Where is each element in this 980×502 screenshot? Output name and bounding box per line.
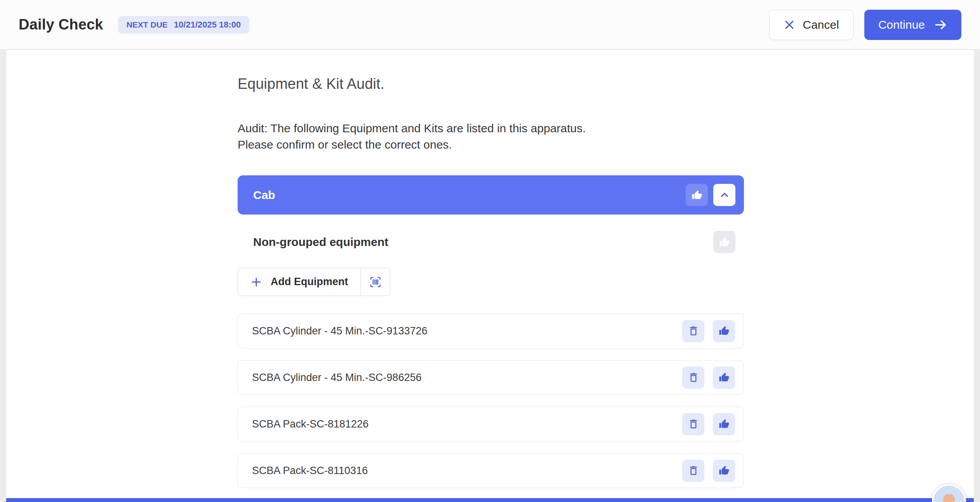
equipment-row: SCBA Cylinder - 45 Min.-SC-986256 <box>238 360 744 395</box>
thumbs-up-icon <box>718 325 730 337</box>
continue-label: Continue <box>878 18 925 31</box>
thumbs-up-icon <box>718 372 730 383</box>
arrow-right-icon <box>934 18 947 31</box>
equipment-name: SCBA Cylinder - 45 Min.-SC-986256 <box>252 372 682 384</box>
delete-equipment-button[interactable] <box>682 413 704 435</box>
chevron-up-icon <box>719 189 730 201</box>
audit-description: Audit: The following Equipment and Kits … <box>238 120 744 153</box>
next-due-label: NEXT DUE <box>127 20 168 29</box>
subsection-title: Non-grouped equipment <box>253 235 713 249</box>
main-content: Equipment & Kit Audit. Audit: The follow… <box>238 50 744 500</box>
next-due-badge: NEXT DUE 10/21/2025 18:00 <box>118 16 250 34</box>
section-header-cab: Cab <box>238 175 744 215</box>
approve-equipment-button[interactable] <box>713 460 735 482</box>
plus-icon <box>250 276 262 288</box>
thumbs-up-icon <box>719 236 730 248</box>
audit-heading: Equipment & Kit Audit. <box>238 76 744 92</box>
add-equipment-split-button: Add Equipment <box>238 268 390 296</box>
audit-description-line1: Audit: The following Equipment and Kits … <box>238 120 744 137</box>
barcode-scan-button[interactable] <box>361 268 390 296</box>
equipment-row: SCBA Cylinder - 45 Min.-SC-9133726 <box>238 313 744 348</box>
header: Daily Check NEXT DUE 10/21/2025 18:00 Ca… <box>0 0 980 50</box>
subsection-approve-button[interactable] <box>713 231 735 253</box>
delete-equipment-button[interactable] <box>682 460 704 482</box>
section-approve-button[interactable] <box>686 184 708 206</box>
page-title: Daily Check <box>19 16 103 33</box>
continue-button[interactable]: Continue <box>864 10 961 40</box>
close-icon <box>784 19 795 31</box>
trash-icon <box>688 372 699 383</box>
equipment-row: SCBA Pack-SC-8181226 <box>238 407 744 441</box>
section-collapse-button[interactable] <box>713 184 735 206</box>
equipment-name: SCBA Pack-SC-8181226 <box>252 418 682 430</box>
trash-icon <box>688 465 699 476</box>
add-equipment-button[interactable]: Add Equipment <box>238 268 360 296</box>
equipment-name: SCBA Pack-SC-8110316 <box>252 465 682 477</box>
thumbs-up-icon <box>718 418 730 430</box>
add-equipment-label: Add Equipment <box>271 276 348 288</box>
next-due-value: 10/21/2025 18:00 <box>174 20 241 30</box>
section-title: Cab <box>253 189 686 202</box>
trash-icon <box>688 325 699 337</box>
cancel-button[interactable]: Cancel <box>769 10 853 40</box>
equipment-row: SCBA Pack-SC-8110316 <box>238 453 744 488</box>
daily-check-page: { "header": { "title": "Daily Check", "b… <box>0 0 980 502</box>
approve-equipment-button[interactable] <box>713 367 735 389</box>
delete-equipment-button[interactable] <box>682 320 704 342</box>
trash-icon <box>688 418 699 430</box>
thumbs-up-icon <box>691 189 703 201</box>
subsection-non-grouped: Non-grouped equipment <box>238 231 744 253</box>
thumbs-up-icon <box>718 465 730 476</box>
audit-description-line2: Please confirm or select the correct one… <box>238 137 744 153</box>
person-avatar-illustration <box>933 486 964 502</box>
delete-equipment-button[interactable] <box>682 367 704 389</box>
approve-equipment-button[interactable] <box>713 413 735 435</box>
barcode-scan-icon <box>368 275 382 289</box>
cancel-label: Cancel <box>803 18 839 31</box>
equipment-name: SCBA Cylinder - 45 Min.-SC-9133726 <box>252 325 682 337</box>
equipment-list: SCBA Cylinder - 45 Min.-SC-9133726 SCBA … <box>238 313 744 488</box>
approve-equipment-button[interactable] <box>713 320 735 342</box>
